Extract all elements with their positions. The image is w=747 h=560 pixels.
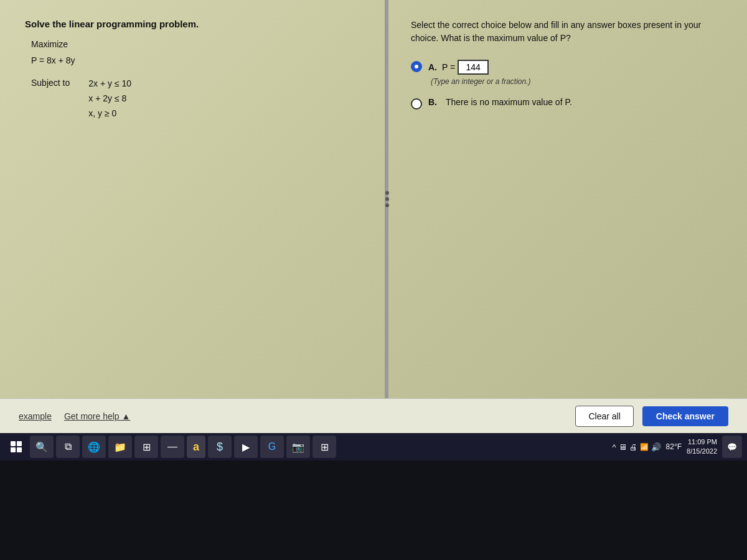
choice-a-row[interactable]: A. P = 144 (Type an integer or a fractio… bbox=[411, 60, 722, 86]
start-button[interactable] bbox=[5, 436, 27, 458]
clear-all-button[interactable]: Clear all bbox=[575, 406, 633, 427]
answer-input-a[interactable]: 144 bbox=[458, 60, 489, 75]
task-view-button[interactable]: ⧉ bbox=[56, 436, 80, 458]
search-taskbar-icon: 🔍 bbox=[35, 440, 49, 454]
radio-a[interactable] bbox=[411, 61, 422, 72]
logo-cell-4 bbox=[17, 447, 22, 452]
edge-browser-button[interactable]: 🌐 bbox=[82, 436, 106, 458]
app-dollar-button[interactable]: $ bbox=[208, 436, 232, 458]
speaker-icon[interactable]: 🔊 bbox=[651, 442, 661, 452]
constraints-list: 2x + y ≤ 10 x + 2y ≤ 8 x, y ≥ 0 bbox=[88, 77, 131, 121]
app-grid2-button[interactable]: ⊞ bbox=[312, 436, 336, 458]
problem-title: Solve the linear programming problem. bbox=[25, 19, 360, 29]
app-a-button[interactable]: a bbox=[187, 436, 205, 458]
app-media-button[interactable]: ▶ bbox=[234, 436, 258, 458]
screen-icon[interactable]: 🖥 bbox=[619, 442, 627, 452]
apps-grid-button[interactable]: ⊞ bbox=[134, 436, 158, 458]
media-icon: ▶ bbox=[239, 440, 253, 454]
choice-a-p-equals: A. P = 144 bbox=[428, 60, 531, 75]
grid2-icon: ⊞ bbox=[317, 440, 331, 454]
search-taskbar-button[interactable]: 🔍 bbox=[30, 436, 54, 458]
example-button[interactable]: example bbox=[19, 411, 52, 421]
apps-icon: ⊞ bbox=[139, 440, 153, 454]
get-more-help-label: Get more help ▲ bbox=[64, 411, 130, 421]
logo-cell-1 bbox=[11, 441, 16, 446]
maximize-label: Maximize bbox=[31, 39, 360, 49]
edge-icon: 🌐 bbox=[87, 440, 101, 454]
notification-icon: 💬 bbox=[727, 442, 737, 452]
app-camera-button[interactable]: 📷 bbox=[286, 436, 310, 458]
notification-button[interactable]: 💬 bbox=[722, 436, 742, 458]
dollar-icon: $ bbox=[213, 440, 227, 454]
camera-icon: 📷 bbox=[291, 440, 305, 454]
toolbar-right: Clear all Check answer bbox=[575, 406, 728, 427]
app-g-button[interactable]: G bbox=[260, 436, 284, 458]
dark-bottom-strip bbox=[0, 460, 747, 560]
minimize-button[interactable]: — bbox=[161, 436, 184, 458]
bottom-toolbar: example Get more help ▲ Clear all Check … bbox=[0, 398, 747, 433]
constraint-3: x, y ≥ 0 bbox=[88, 106, 131, 121]
left-panel: Solve the linear programming problem. Ma… bbox=[0, 0, 386, 398]
divider-dot-1 bbox=[385, 191, 389, 195]
logo-cell-3 bbox=[11, 447, 16, 452]
file-explorer-icon: 📁 bbox=[113, 440, 127, 454]
get-more-help-button[interactable]: Get more help ▲ bbox=[64, 411, 130, 421]
wifi-icon: 📶 bbox=[640, 443, 649, 451]
minimize-icon: — bbox=[166, 440, 179, 454]
printer-icon[interactable]: 🖨 bbox=[629, 442, 637, 452]
divider-dot-3 bbox=[385, 203, 389, 207]
system-time: 11:09 PM 8/15/2022 bbox=[687, 437, 717, 457]
tray-icons: ^ 🖥 🖨 📶 🔊 bbox=[612, 442, 660, 452]
choice-a-content: A. P = 144 (Type an integer or a fractio… bbox=[428, 60, 531, 86]
temperature-display: 82°F bbox=[666, 442, 682, 451]
check-answer-button[interactable]: Check answer bbox=[642, 406, 728, 426]
main-content: Solve the linear programming problem. Ma… bbox=[0, 0, 747, 398]
choice-b-text: There is no maximum value of P. bbox=[446, 97, 572, 107]
file-explorer-button[interactable]: 📁 bbox=[108, 436, 132, 458]
constraint-2: x + 2y ≤ 8 bbox=[88, 91, 131, 106]
question-text: Select the correct choice below and fill… bbox=[411, 19, 722, 45]
panel-divider bbox=[386, 0, 388, 398]
choice-b-row[interactable]: B. There is no maximum value of P. bbox=[411, 97, 722, 110]
subject-label: Subject to bbox=[31, 77, 70, 88]
windows-logo bbox=[11, 441, 22, 452]
constraint-1: 2x + y ≤ 10 bbox=[88, 77, 131, 91]
radio-b[interactable] bbox=[411, 98, 422, 110]
chevron-up-icon[interactable]: ^ bbox=[612, 442, 616, 452]
windows-taskbar: 🔍 ⧉ 🌐 📁 ⊞ — a $ ▶ G 📷 ⊞ ^ 🖥 🖨 📶 bbox=[0, 433, 747, 460]
toolbar-left: example Get more help ▲ bbox=[19, 411, 130, 421]
clock-time: 11:09 PM bbox=[687, 437, 717, 447]
divider-dot-2 bbox=[385, 197, 389, 201]
objective-function: P = 8x + 8y bbox=[31, 55, 360, 65]
task-view-icon: ⧉ bbox=[61, 440, 75, 454]
clock-date: 8/15/2022 bbox=[687, 447, 717, 456]
app-a-label: a bbox=[193, 441, 199, 454]
answer-hint: (Type an integer or a fraction.) bbox=[431, 77, 531, 86]
subject-section: Subject to 2x + y ≤ 10 x + 2y ≤ 8 x, y ≥… bbox=[31, 77, 360, 121]
p-equals-label: P = bbox=[442, 62, 455, 72]
system-tray: ^ 🖥 🖨 📶 🔊 82°F 11:09 PM 8/15/2022 💬 bbox=[612, 436, 742, 458]
choice-a-label: A. bbox=[428, 62, 437, 72]
logo-cell-2 bbox=[17, 441, 22, 446]
g-icon: G bbox=[265, 440, 279, 454]
right-panel: Select the correct choice below and fill… bbox=[386, 0, 747, 398]
choice-b-label: B. bbox=[428, 97, 437, 107]
